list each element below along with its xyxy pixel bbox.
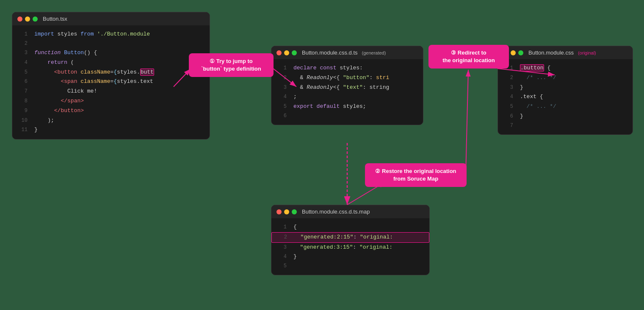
button-module-dts-window: Button.module.css.d.ts (generated) 1 dec…: [271, 46, 423, 125]
button-tsx-window: Button.tsx 1 import styles from './Butto…: [12, 12, 210, 140]
dot-red-4: [276, 209, 282, 214]
code-line-6: 6 <span className={styles.text: [12, 77, 210, 87]
callout-1: ① Try to jump to`button` type definition: [189, 53, 274, 77]
dot-green-2: [292, 50, 297, 55]
win2-line-2: 2 & Readonly<{ "button": stri: [271, 73, 423, 83]
win2-line-4: 4 ;: [271, 92, 423, 102]
win2-line-5: 5 export default styles;: [271, 102, 423, 112]
dot-green: [33, 16, 38, 22]
dot-yellow-4: [284, 209, 289, 214]
win4-line-1: 1 {: [271, 222, 429, 232]
code-line-4: 4 return (: [12, 58, 210, 68]
code-line-7: 7 Click me!: [12, 87, 210, 96]
win3-line-2: 2 /* ... */: [498, 73, 633, 83]
win2-line-1: 1 declare const styles:: [271, 63, 423, 73]
button-module-map-window: Button.module.css.d.ts.map 1 { 2 "genera…: [271, 205, 430, 275]
win4-titlebar: Button.module.css.d.ts.map: [271, 205, 429, 218]
callout-2-text: ② Restore the original locationfrom Soru…: [375, 168, 456, 182]
win3-line-1: 1 .button {: [498, 63, 633, 73]
win3-line-4: 4 .text {: [498, 92, 633, 102]
callout-2: ② Restore the original locationfrom Soru…: [365, 163, 467, 187]
win1-code-body: 1 import styles from './Button.module 2 …: [12, 25, 210, 139]
code-line-5: 5 <button className={styles.butt: [12, 68, 210, 77]
svg-line-6: [466, 70, 468, 173]
code-line-9: 9 </button>: [12, 106, 210, 116]
code-line-10: 10 );: [12, 116, 210, 126]
win4-filename: Button.module.css.d.ts.map: [302, 208, 370, 215]
code-line-1: 1 import styles from './Button.module: [12, 30, 210, 39]
dot-red: [17, 16, 22, 22]
dot-green-4: [292, 209, 297, 214]
code-line-3: 3 function Button() {: [12, 48, 210, 58]
win4-code-body: 1 { 2 "generated:2:15": "original: 3 "ge…: [271, 218, 429, 275]
win1-filename: Button.tsx: [43, 16, 67, 22]
callout-3-text: ③ Redirect tothe original location: [442, 49, 495, 63]
win2-badge: (generated): [362, 50, 386, 55]
win3-badge: (original): [578, 50, 596, 55]
dot-red-2: [276, 50, 282, 55]
callout-1-text: ① Try to jump to`button` type definition: [201, 58, 261, 72]
win2-line-3: 3 & Readonly<{ "text": string: [271, 83, 423, 93]
win2-line-6: 6: [271, 112, 423, 121]
win4-line-3: 3 "generated:3:15": "original:: [271, 243, 429, 252]
dot-yellow-3: [511, 50, 516, 55]
win3-code-body: 1 .button { 2 /* ... */ 3 } 4 .text { 5 …: [498, 59, 633, 134]
win4-line-4: 4 }: [271, 252, 429, 262]
win3-filename: Button.module.css: [528, 49, 574, 56]
callout-3: ③ Redirect tothe original location: [428, 45, 509, 69]
win4-line-2: 2 "generated:2:15": "original:: [271, 232, 429, 243]
win3-titlebar: Button.module.css (original): [498, 46, 633, 59]
win2-titlebar: Button.module.css.d.ts (generated): [271, 46, 423, 59]
code-line-2: 2: [12, 39, 210, 48]
dot-yellow: [25, 16, 30, 22]
win2-code-body: 1 declare const styles: 2 & Readonly<{ "…: [271, 59, 423, 125]
win3-line-5: 5 /* ... */: [498, 102, 633, 112]
win3-line-3: 3 }: [498, 83, 633, 93]
code-line-11: 11 }: [12, 125, 210, 135]
win1-titlebar: Button.tsx: [12, 12, 210, 25]
dot-green-3: [518, 50, 523, 55]
win4-line-5: 5: [271, 262, 429, 271]
win2-filename: Button.module.css.d.ts: [302, 49, 358, 56]
win3-line-6: 6 }: [498, 112, 633, 121]
button-module-css-window: Button.module.css (original) 1 .button {…: [498, 46, 633, 135]
dot-yellow-2: [284, 50, 289, 55]
win3-line-7: 7: [498, 121, 633, 130]
code-line-8: 8 </span>: [12, 96, 210, 106]
